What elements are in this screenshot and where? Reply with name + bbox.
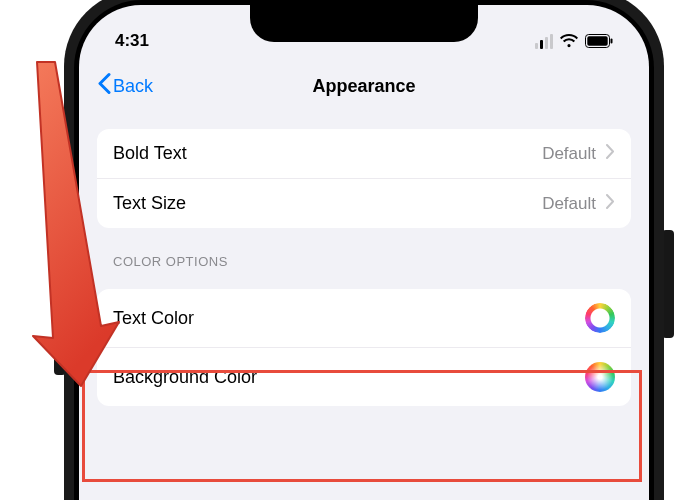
- page-title: Appearance: [312, 76, 415, 97]
- chevron-right-icon: [606, 144, 615, 164]
- section-header-color-options: COLOR OPTIONS: [113, 254, 631, 269]
- cellular-signal-icon: [535, 34, 553, 49]
- phone-screen: 4:31: [79, 5, 649, 500]
- nav-header: Back Appearance: [79, 63, 649, 109]
- row-label: Bold Text: [113, 143, 187, 164]
- status-time: 4:31: [115, 31, 149, 51]
- wifi-icon: [559, 34, 579, 49]
- row-label: Background Color: [113, 367, 257, 388]
- row-value: Default: [542, 194, 596, 214]
- row-label: Text Size: [113, 193, 186, 214]
- battery-icon: [585, 34, 613, 48]
- row-label: Text Color: [113, 308, 194, 329]
- chevron-left-icon: [97, 73, 111, 100]
- text-settings-group: Bold Text Default Text Size Default: [97, 129, 631, 228]
- color-options-group: Text Color Background Color: [97, 289, 631, 406]
- status-indicators: [535, 34, 613, 49]
- svg-rect-1: [587, 36, 607, 45]
- phone-notch: [250, 0, 478, 42]
- row-value: Default: [542, 144, 596, 164]
- row-bold-text[interactable]: Bold Text Default: [97, 129, 631, 178]
- back-label: Back: [113, 76, 153, 97]
- back-button[interactable]: Back: [97, 73, 153, 100]
- color-ring-icon: [585, 303, 615, 333]
- phone-frame: 4:31: [64, 0, 664, 500]
- row-text-color[interactable]: Text Color: [97, 289, 631, 347]
- color-wheel-icon: [585, 362, 615, 392]
- row-background-color[interactable]: Background Color: [97, 347, 631, 406]
- svg-rect-2: [611, 39, 613, 44]
- chevron-right-icon: [606, 194, 615, 214]
- row-text-size[interactable]: Text Size Default: [97, 178, 631, 228]
